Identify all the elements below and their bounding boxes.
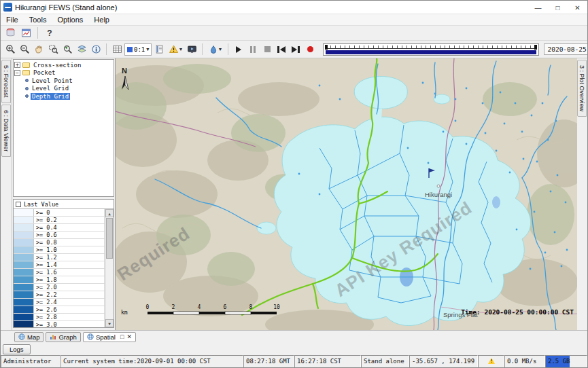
legend-row[interactable]: >= 0.2: [14, 217, 105, 224]
thresholds-warning-dropdown[interactable]: ▼: [167, 43, 184, 56]
tab-graph[interactable]: Graph: [46, 332, 80, 342]
status-network-rate: 0.0 MB/s: [504, 355, 545, 368]
class-scale-dropdown[interactable]: 0:1 ▼: [124, 43, 152, 56]
close-button[interactable]: ✕: [568, 1, 587, 14]
legend-color-swatch: [14, 254, 34, 261]
timeline-end-marker[interactable]: [534, 45, 537, 50]
spatial-map[interactable]: Hikurangi Springs Flat API Key Required …: [115, 58, 577, 330]
legend-row[interactable]: >= 0.4: [14, 224, 105, 232]
menu-options[interactable]: Options: [52, 15, 88, 24]
tree-item-depth-grid[interactable]: Depth Grid: [14, 92, 113, 100]
legend-scrollbar[interactable]: ▲ ▼: [105, 209, 114, 327]
legend-row[interactable]: >= 1.4: [14, 261, 105, 269]
legend-row[interactable]: >= 0: [14, 209, 105, 217]
collapse-icon[interactable]: −: [14, 70, 20, 76]
help-icon[interactable]: ?: [43, 26, 56, 40]
app-icon: [3, 3, 12, 12]
record-button[interactable]: [303, 43, 317, 56]
zoom-out-icon[interactable]: [18, 43, 31, 56]
map-time-label: Time: 2020-08-25 00:00:00 CST: [461, 308, 574, 316]
tree-item-label: Level Grid: [31, 85, 70, 92]
svg-text:N: N: [122, 67, 127, 75]
tree-item-cross-section[interactable]: + Cross-section: [14, 61, 113, 69]
legend-color-swatch: [14, 217, 34, 223]
tree-item-level-point[interactable]: Level Point: [14, 77, 113, 85]
status-warning-cell[interactable]: [478, 355, 504, 368]
legend-row[interactable]: >= 2.6: [14, 306, 105, 314]
current-datetime[interactable]: 2020-08-25 00:00:00 CST: [544, 43, 588, 55]
menu-tools[interactable]: Tools: [24, 15, 52, 24]
legend-row[interactable]: >= 1.0: [14, 246, 105, 254]
legend-label: >= 1.0: [34, 246, 105, 253]
scroll-up-icon[interactable]: ▲: [105, 209, 114, 217]
timeline-slider[interactable]: [323, 43, 539, 56]
info-icon[interactable]: [89, 43, 103, 56]
step-back-button[interactable]: [275, 43, 288, 56]
legend-color-swatch: [14, 284, 34, 291]
database-icon[interactable]: [3, 26, 17, 40]
legend-row[interactable]: >= 1.6: [14, 269, 105, 276]
legend-row[interactable]: >= 3.0: [14, 321, 105, 327]
grid-icon[interactable]: [110, 43, 124, 56]
legend-row[interactable]: >= 2.2: [14, 291, 105, 299]
step-forward-button[interactable]: [289, 43, 302, 56]
expand-icon[interactable]: +: [14, 62, 20, 68]
toolbar-separator: [106, 43, 107, 55]
layers-icon[interactable]: [75, 43, 88, 56]
scrollbar-thumb[interactable]: [106, 218, 113, 259]
left-tab-strip: 5 : Forecast 6 : Data Viewer: [1, 58, 12, 330]
scroll-down-icon[interactable]: ▼: [105, 319, 114, 327]
minimize-button[interactable]: —: [528, 1, 548, 14]
status-mode: Stand alone: [361, 355, 409, 368]
tree-item-pocket[interactable]: − Pocket: [14, 69, 113, 77]
stop-button[interactable]: [260, 43, 274, 56]
layer-node-icon: [25, 87, 29, 90]
legend-row[interactable]: >= 2.8: [14, 314, 105, 321]
menu-file[interactable]: File: [1, 15, 24, 24]
panel-maximize-icon[interactable]: □: [120, 333, 124, 340]
tab-map[interactable]: Map: [14, 332, 44, 342]
legend-row[interactable]: >= 1.8: [14, 276, 105, 284]
play-button[interactable]: [232, 43, 245, 56]
legend-row[interactable]: >= 0.8: [14, 239, 105, 246]
layer-node-icon: [25, 79, 29, 82]
tree-item-level-grid[interactable]: Level Grid: [14, 85, 113, 93]
logs-button[interactable]: Logs: [3, 344, 31, 354]
legend-row[interactable]: >= 2.0: [14, 284, 105, 291]
legend-color-swatch: [14, 291, 34, 298]
maximize-button[interactable]: □: [548, 1, 568, 14]
legend-row[interactable]: >= 1.2: [14, 254, 105, 261]
marker-tool-dropdown[interactable]: ▼: [206, 43, 224, 56]
zoom-previous-icon[interactable]: [60, 43, 74, 56]
panel-close-icon[interactable]: ✕: [126, 333, 132, 340]
tree-item-label: Pocket: [32, 69, 57, 76]
chart-icon: [50, 333, 56, 340]
animation-display-icon[interactable]: [185, 43, 198, 56]
class-color-swatch-icon: [127, 47, 133, 52]
pan-icon[interactable]: [32, 43, 46, 56]
legend-color-swatch: [14, 209, 34, 216]
toolbar-separator: [228, 43, 228, 55]
tab-data-viewer[interactable]: 6 : Data Viewer: [1, 105, 11, 157]
zoom-in-icon[interactable]: [3, 43, 17, 56]
pause-button[interactable]: [246, 43, 260, 56]
legend-row[interactable]: >= 0.6: [14, 232, 105, 239]
classify-document-icon[interactable]: [152, 43, 166, 56]
tab-plot-overview[interactable]: 3 : Plot Overview: [577, 60, 587, 117]
tab-spatial[interactable]: Spatial □ ✕: [83, 332, 136, 342]
right-tab-strip: 3 : Plot Overview: [576, 58, 587, 330]
zoom-box-icon[interactable]: [46, 43, 60, 56]
tab-forecast[interactable]: 5 : Forecast: [1, 60, 11, 103]
chevron-down-icon: ▼: [218, 47, 223, 52]
chevron-down-icon: ▼: [146, 47, 149, 52]
chevron-down-icon: ▼: [179, 47, 184, 52]
status-gmt-time: 08:27:18 GMT: [243, 355, 294, 368]
legend-row[interactable]: >= 2.4: [14, 299, 105, 306]
menu-help[interactable]: Help: [88, 15, 115, 24]
app-window: Hikurangi FEWS (Stand alone) — □ ✕ File …: [0, 0, 588, 368]
explorer-icon[interactable]: [19, 26, 33, 40]
timeline-start-marker[interactable]: [325, 45, 328, 50]
last-value-checkbox[interactable]: [16, 202, 21, 207]
toolbar-separator: [202, 43, 203, 55]
tab-label: Graph: [58, 333, 76, 341]
